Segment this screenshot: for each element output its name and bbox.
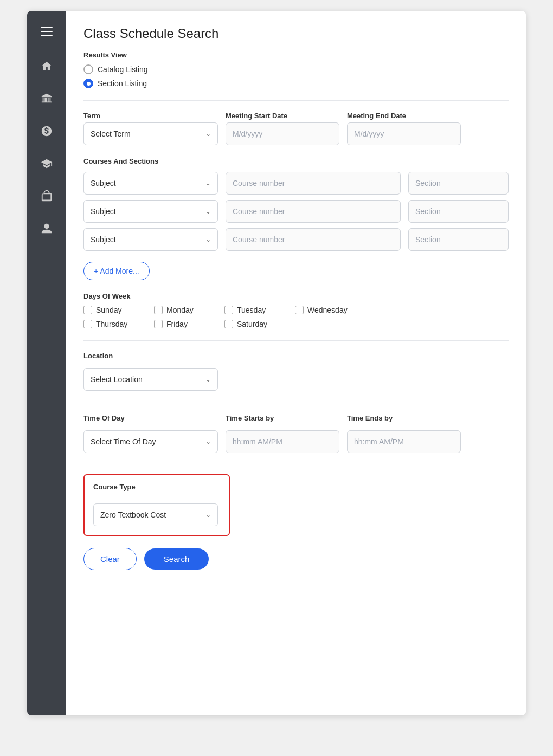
radio-section-listing[interactable]: Section Listing: [83, 79, 509, 88]
subject-1-value: Subject: [91, 179, 116, 188]
term-select[interactable]: Select Term ⌄: [83, 122, 218, 145]
sidebar-item-work[interactable]: [35, 184, 59, 208]
subject-2-chevron-icon: ⌄: [205, 208, 211, 215]
time-starts-label: Time Starts by: [226, 414, 339, 422]
time-section: Time Of Day Select Time Of Day ⌄ Time St…: [83, 414, 509, 453]
section-input-3[interactable]: [408, 228, 509, 251]
subject-2-value: Subject: [91, 207, 116, 216]
day-saturday[interactable]: Saturday: [224, 320, 295, 328]
time-of-day-chevron-icon: ⌄: [205, 438, 211, 445]
day-sunday-label: Sunday: [96, 306, 121, 314]
section-input-2[interactable]: [408, 200, 509, 223]
course-type-group: Course Type Zero Textbook Cost ⌄: [93, 483, 220, 526]
day-thursday-label: Thursday: [96, 320, 127, 328]
sidebar: [27, 11, 66, 715]
location-group: Location Select Location ⌄: [83, 352, 509, 391]
time-starts-group: Time Starts by: [226, 414, 339, 453]
courses-section: Courses And Sections Subject ⌄ Subject ⌄: [83, 157, 509, 251]
term-dates-row: Term Select Term ⌄ Meeting Start Date Me…: [83, 112, 509, 145]
day-wednesday-label: Wednesday: [307, 306, 348, 314]
sidebar-item-home[interactable]: [35, 54, 59, 78]
menu-button[interactable]: [35, 20, 59, 43]
course-num-input-3[interactable]: [226, 228, 401, 251]
days-label: Days Of Week: [83, 292, 509, 300]
day-monday-label: Monday: [166, 306, 194, 314]
meeting-end-group: Meeting End Date: [347, 112, 461, 145]
day-tuesday-label: Tuesday: [237, 306, 266, 314]
checkbox-friday: [154, 320, 163, 328]
location-section: Location Select Location ⌄: [83, 352, 509, 391]
subject-1-chevron-icon: ⌄: [205, 179, 211, 187]
time-of-day-label: Time Of Day: [83, 414, 218, 422]
meeting-start-label: Meeting Start Date: [226, 112, 339, 120]
day-wednesday[interactable]: Wednesday: [295, 306, 365, 314]
time-ends-group: Time Ends by: [347, 414, 461, 453]
meeting-end-label: Meeting End Date: [347, 112, 461, 120]
location-select[interactable]: Select Location ⌄: [83, 368, 218, 391]
course-type-section: Course Type Zero Textbook Cost ⌄: [83, 474, 230, 536]
search-button[interactable]: Search: [144, 548, 209, 570]
location-value: Select Location: [91, 375, 143, 384]
course-num-input-2[interactable]: [226, 200, 401, 223]
course-row-1: Subject ⌄: [83, 172, 509, 195]
day-thursday[interactable]: Thursday: [83, 320, 154, 328]
term-label: Term: [83, 112, 218, 120]
main-content: Class Schedule Search Results View Catal…: [66, 11, 526, 715]
divider-4: [83, 463, 509, 463]
clear-button[interactable]: Clear: [83, 548, 137, 570]
sidebar-item-institution[interactable]: [35, 87, 59, 111]
day-sunday[interactable]: Sunday: [83, 306, 154, 314]
term-group: Term Select Term ⌄: [83, 112, 218, 145]
divider-2: [83, 340, 509, 341]
subject-select-1[interactable]: Subject ⌄: [83, 172, 218, 195]
days-row-2: Thursday Friday Saturday: [83, 320, 509, 328]
location-label: Location: [83, 352, 509, 360]
days-row: Sunday Monday Tuesday Wednesday: [83, 306, 509, 314]
day-friday[interactable]: Friday: [154, 320, 224, 328]
time-of-day-group: Time Of Day Select Time Of Day ⌄: [83, 414, 218, 453]
location-chevron-icon: ⌄: [205, 376, 211, 383]
meeting-start-input[interactable]: [226, 122, 339, 145]
day-monday[interactable]: Monday: [154, 306, 224, 314]
radio-catalog-label: Catalog Listing: [98, 65, 148, 74]
day-saturday-label: Saturday: [237, 320, 267, 328]
divider-1: [83, 100, 509, 101]
day-friday-label: Friday: [166, 320, 188, 328]
meeting-end-input[interactable]: [347, 122, 461, 145]
time-ends-label: Time Ends by: [347, 414, 461, 422]
page-title: Class Schedule Search: [83, 26, 509, 41]
divider-3: [83, 403, 509, 403]
day-tuesday[interactable]: Tuesday: [224, 306, 295, 314]
checkbox-tuesday: [224, 306, 233, 314]
days-of-week-section: Days Of Week Sunday Monday Tuesday Wedne…: [83, 292, 509, 328]
meeting-start-group: Meeting Start Date: [226, 112, 339, 145]
subject-3-chevron-icon: ⌄: [205, 236, 211, 243]
sidebar-item-academics[interactable]: [35, 152, 59, 176]
checkbox-thursday: [83, 320, 92, 328]
sidebar-item-finance[interactable]: [35, 119, 59, 143]
radio-catalog-listing[interactable]: Catalog Listing: [83, 64, 509, 74]
checkbox-saturday: [224, 320, 233, 328]
radio-catalog-circle: [83, 64, 93, 74]
course-row-2: Subject ⌄: [83, 200, 509, 223]
radio-section-circle: [83, 79, 93, 88]
time-of-day-value: Select Time Of Day: [91, 437, 156, 446]
add-more-button[interactable]: + Add More...: [83, 262, 150, 280]
section-input-1[interactable]: [408, 172, 509, 195]
subject-select-3[interactable]: Subject ⌄: [83, 228, 218, 251]
subject-select-2[interactable]: Subject ⌄: [83, 200, 218, 223]
subject-3-value: Subject: [91, 235, 116, 244]
term-select-value: Select Term: [91, 130, 131, 138]
course-type-select[interactable]: Zero Textbook Cost ⌄: [93, 503, 218, 526]
radio-section-label: Section Listing: [98, 79, 147, 88]
course-type-chevron-icon: ⌄: [205, 511, 211, 519]
sidebar-item-profile[interactable]: [35, 217, 59, 241]
checkbox-monday: [154, 306, 163, 314]
time-of-day-select[interactable]: Select Time Of Day ⌄: [83, 430, 218, 453]
checkbox-sunday: [83, 306, 92, 314]
time-row: Time Of Day Select Time Of Day ⌄ Time St…: [83, 414, 509, 453]
time-ends-input[interactable]: [347, 430, 461, 453]
time-starts-input[interactable]: [226, 430, 339, 453]
term-chevron-icon: ⌄: [205, 130, 211, 138]
course-num-input-1[interactable]: [226, 172, 401, 195]
